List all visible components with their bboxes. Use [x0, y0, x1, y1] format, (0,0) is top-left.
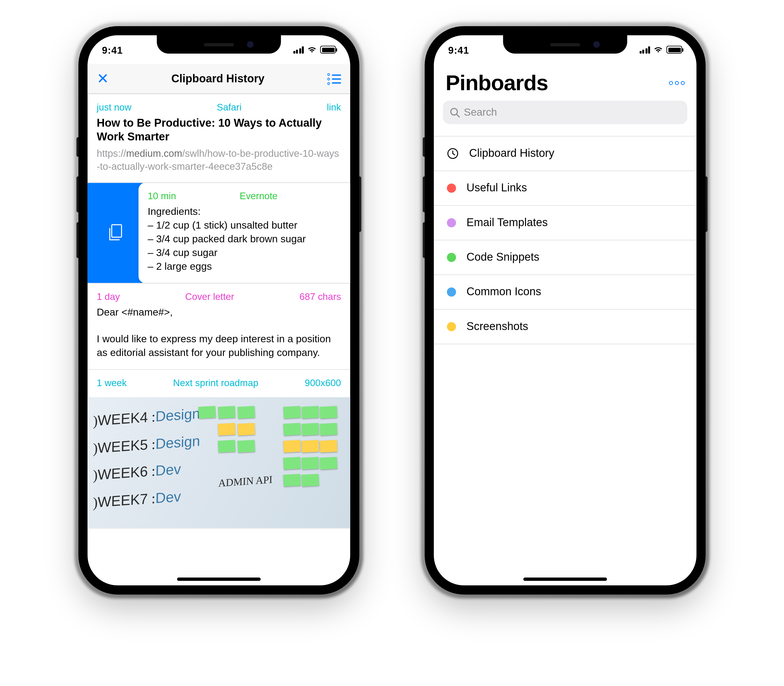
pinboard-row[interactable]: Useful Links [434, 171, 697, 206]
color-dot-icon [447, 322, 456, 331]
search-icon [449, 107, 460, 118]
color-dot-icon [447, 183, 456, 193]
status-time: 9:41 [102, 44, 123, 55]
svg-rect-0 [112, 225, 121, 237]
pinboard-label: Common Icons [467, 286, 541, 299]
clip-image-preview: )WEEK4 :Design )WEEK5 :Design )WEEK6 :De… [87, 397, 350, 528]
close-button[interactable]: ✕ [97, 70, 109, 87]
clip-body: Ingredients: – 1/2 cup (1 stick) unsalte… [148, 205, 341, 273]
pinboard-row[interactable]: Email Templates [434, 206, 697, 240]
copy-action-button[interactable] [87, 183, 142, 283]
clip-url: https://medium.com/swlh/how-to-be-produc… [97, 147, 341, 173]
battery-icon [320, 46, 336, 54]
clipboard-list[interactable]: just now Safari link How to Be Productiv… [87, 94, 350, 585]
nav-title: Clipboard History [171, 72, 265, 85]
clip-item-text-swiped[interactable]: 10 min Evernote Ingredients: – 1/2 cup (… [87, 183, 350, 283]
copy-icon [106, 223, 124, 243]
status-icons [639, 46, 682, 54]
battery-icon [666, 46, 682, 54]
pinboard-row[interactable]: Common Icons [434, 275, 697, 310]
wifi-icon [307, 46, 317, 54]
clip-meta: 1 week Next sprint roadmap 900x600 [87, 378, 350, 394]
cellular-signal-icon [639, 46, 650, 53]
wifi-icon [653, 46, 663, 54]
home-indicator[interactable] [177, 577, 261, 581]
clock-icon [447, 148, 459, 160]
view-options-button[interactable] [327, 73, 341, 85]
pinboard-label: Useful Links [467, 181, 527, 194]
header: Pinboards [434, 64, 697, 100]
pinboard-label: Clipboard History [469, 147, 554, 160]
pinboard-row-history[interactable]: Clipboard History [434, 136, 697, 171]
clip-body: Dear <#name#>, I would like to express m… [97, 305, 341, 360]
clip-meta: 1 day Cover letter 687 chars [97, 291, 341, 302]
svg-line-2 [457, 114, 459, 117]
clip-item-image[interactable]: 1 week Next sprint roadmap 900x600 )WEEK… [87, 370, 350, 529]
phone-left: 9:41 ✕ Clipboard History just [78, 26, 359, 595]
home-indicator[interactable] [523, 577, 607, 581]
pinboard-row[interactable]: Screenshots [434, 310, 697, 344]
nav-bar: ✕ Clipboard History [87, 64, 350, 94]
cellular-signal-icon [293, 46, 304, 53]
notch [503, 35, 627, 54]
notch [157, 35, 281, 54]
more-options-button[interactable] [669, 81, 685, 85]
clip-item-link[interactable]: just now Safari link How to Be Productiv… [87, 94, 350, 183]
status-time: 9:41 [448, 44, 469, 55]
color-dot-icon [447, 218, 456, 227]
status-icons [293, 46, 336, 54]
clip-meta: 10 min Evernote [148, 191, 341, 201]
pinboard-label: Screenshots [467, 320, 528, 333]
clip-item-text[interactable]: 1 day Cover letter 687 chars Dear <#name… [87, 283, 350, 370]
page-title: Pinboards [446, 70, 548, 95]
color-dot-icon [447, 253, 456, 262]
clip-meta: just now Safari link [97, 102, 341, 113]
pinboard-label: Code Snippets [467, 251, 539, 264]
pinboard-label: Email Templates [467, 216, 548, 229]
phone-right: 9:41 Pinboards Search [425, 26, 706, 595]
pinboard-list: Clipboard History Useful Links Email Tem… [434, 136, 697, 345]
clip-title: How to Be Productive: 10 Ways to Actuall… [97, 116, 341, 144]
search-placeholder: Search [464, 106, 497, 118]
color-dot-icon [447, 287, 456, 296]
pinboard-row[interactable]: Code Snippets [434, 240, 697, 275]
search-input[interactable]: Search [443, 101, 687, 124]
